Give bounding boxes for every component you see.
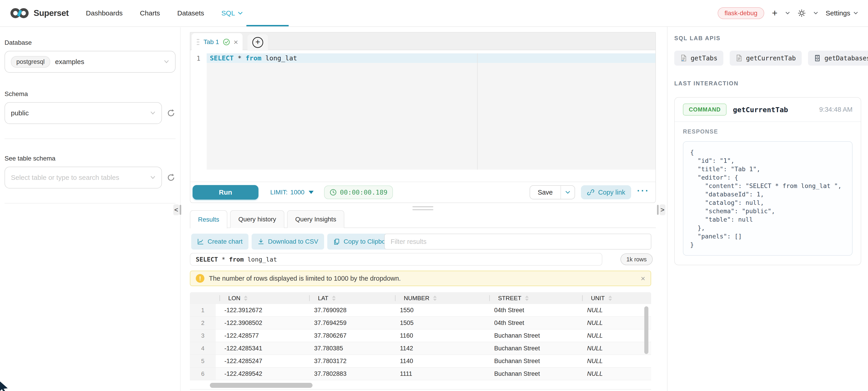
schema-select[interactable]: public <box>4 102 162 124</box>
nav-item-dashboards[interactable]: Dashboards <box>86 0 123 26</box>
active-nav-underline <box>246 25 289 26</box>
sql-text: long_lat <box>261 54 297 62</box>
column-header-lat[interactable]: LAT <box>306 295 391 302</box>
results-table: LON LAT NUMBER STREET UNIT 1 -122.391267… <box>190 292 651 380</box>
schema-label: Schema <box>4 90 176 98</box>
superset-logo[interactable]: Superset <box>9 7 69 20</box>
copy-link-button[interactable]: Copy link <box>581 185 631 199</box>
get-databases-button[interactable]: getDatabases <box>808 51 868 66</box>
add-tab-button[interactable]: + <box>252 37 263 48</box>
copy-link-label: Copy link <box>598 189 625 196</box>
chevron-down-icon[interactable] <box>785 11 790 15</box>
refresh-icon[interactable] <box>166 173 176 182</box>
sidebar-divider <box>4 138 176 139</box>
get-current-tab-button[interactable]: getCurrentTab <box>730 51 802 66</box>
left-resize-thumb[interactable] <box>180 205 181 215</box>
tab-results[interactable]: Results <box>190 210 227 228</box>
table-row[interactable]: 6 -122.4289542 37.7802883 1111 Buchanan … <box>190 368 651 380</box>
sql-keyword: from <box>246 54 261 62</box>
sql-keyword: from <box>229 256 244 263</box>
environment-badge: flask-debug <box>718 7 764 19</box>
drag-handle-icon[interactable] <box>196 38 200 46</box>
editor-code-area[interactable]: SELECT * from long_lat <box>207 53 655 170</box>
collapse-left-panel-button[interactable]: < <box>173 204 179 215</box>
editor-tab[interactable]: Tab 1 × <box>192 33 243 51</box>
collapse-right-panel-button[interactable]: > <box>659 204 665 215</box>
interaction-body: RESPONSE { "id": "1", "title": "Tab 1", … <box>675 122 861 265</box>
sort-icon[interactable] <box>609 296 612 301</box>
interaction-header: COMMAND getCurrentTab 9:34:48 AM <box>675 98 861 122</box>
sort-icon[interactable] <box>332 296 336 301</box>
clock-icon <box>330 189 337 196</box>
settings-menu[interactable]: Settings <box>826 9 858 17</box>
chevron-down-icon <box>854 11 858 15</box>
new-tab-area: + <box>248 34 268 51</box>
sort-icon[interactable] <box>244 296 248 301</box>
command-name: getCurrentTab <box>733 106 788 114</box>
close-warning-icon[interactable]: × <box>641 274 645 283</box>
database-select[interactable]: postgresql examples <box>4 51 176 73</box>
column-header-street[interactable]: STREET <box>486 295 579 302</box>
table-select-placeholder: Select table or type to search tables <box>11 174 119 182</box>
sql-keyword: SELECT <box>196 256 218 263</box>
editor-tabstrip: Tab 1 × + <box>190 32 655 50</box>
tab-query-insights[interactable]: Query Insights <box>287 210 344 228</box>
vertical-scrollbar[interactable] <box>644 306 648 354</box>
download-icon <box>257 238 265 245</box>
chevron-down-icon[interactable] <box>813 11 818 15</box>
timer-value: 00:00:00.189 <box>340 189 388 196</box>
limit-label: LIMIT: <box>270 189 287 196</box>
limit-dropdown[interactable]: LIMIT: 1000 <box>270 189 314 196</box>
run-button[interactable]: Run <box>193 185 258 200</box>
results-actions: Create chart Download to CSV Copy to <box>191 234 400 250</box>
get-tabs-button[interactable]: getTabs <box>674 51 723 66</box>
brand-name: Superset <box>34 8 69 18</box>
save-button[interactable]: Save <box>530 186 560 199</box>
sort-icon[interactable] <box>433 296 437 301</box>
mouse-cursor <box>0 381 9 391</box>
sort-icon[interactable] <box>525 296 529 301</box>
sql-code-editor[interactable]: 1 SELECT * from long_lat <box>190 53 655 170</box>
tab-query-history[interactable]: Query history <box>230 210 284 228</box>
theme-toggle-icon[interactable] <box>798 9 806 17</box>
database-engine-tag: postgresql <box>11 56 50 68</box>
nav-item-datasets[interactable]: Datasets <box>177 0 204 26</box>
schema-sidebar: Database postgresql examples Schema publ… <box>0 27 181 391</box>
column-header-number[interactable]: NUMBER <box>391 295 486 302</box>
create-chart-button[interactable]: Create chart <box>191 234 248 250</box>
table-row[interactable]: 2 -122.3908502 37.7694259 1505 04th Stre… <box>190 317 651 329</box>
table-row[interactable]: 5 -122.4285247 37.7803172 1140 Buchanan … <box>190 355 651 368</box>
sql-editor-main: Tab 1 × + 1 SELECT * fr <box>190 27 656 391</box>
editor-tab-label: Tab 1 <box>204 38 219 46</box>
refresh-icon[interactable] <box>166 108 176 118</box>
column-header-unit[interactable]: UNIT <box>579 295 651 302</box>
editor-gutter: 1 <box>190 53 207 170</box>
right-resize-thumb[interactable] <box>657 205 659 215</box>
table-select[interactable]: Select table or type to search tables <box>4 167 162 189</box>
file-cabinet-icon <box>814 55 821 62</box>
nav-item-sql[interactable]: SQL <box>221 0 243 26</box>
close-tab-icon[interactable]: × <box>234 38 238 46</box>
sql-lab-app: Superset Dashboards Charts Datasets SQL … <box>0 0 868 391</box>
table-schema-label: See table schema <box>4 155 176 162</box>
nav-items: Dashboards Charts Datasets SQL <box>86 0 243 26</box>
download-csv-button[interactable]: Download to CSV <box>252 234 324 250</box>
apis-section-label: SQL LAB APIS <box>674 35 861 41</box>
nav-item-charts[interactable]: Charts <box>140 0 160 26</box>
query-preview: SELECT * from long_lat <box>190 253 602 266</box>
horizontal-scrollbar[interactable] <box>210 383 312 388</box>
table-header-row: LON LAT NUMBER STREET UNIT <box>190 292 651 304</box>
table-row[interactable]: 1 -122.3912672 37.7690928 1550 04th Stre… <box>190 304 651 317</box>
save-split-button: Save <box>530 185 575 199</box>
more-actions-button[interactable]: ··· <box>637 189 650 196</box>
column-header-lon[interactable]: LON <box>216 295 306 302</box>
pane-resize-handle[interactable] <box>412 206 433 210</box>
chevron-down-icon <box>238 11 243 15</box>
warning-icon: ! <box>196 274 205 283</box>
clipboard-icon <box>333 238 340 245</box>
filter-results-input[interactable] <box>384 234 651 250</box>
new-item-button[interactable]: + <box>772 8 778 18</box>
table-row[interactable]: 4 -122.4285341 37.780385 1142 Buchanan S… <box>190 342 651 355</box>
save-options-button[interactable] <box>560 186 575 199</box>
table-row[interactable]: 3 -122.428577 37.7806267 1160 Buchanan S… <box>190 329 651 342</box>
